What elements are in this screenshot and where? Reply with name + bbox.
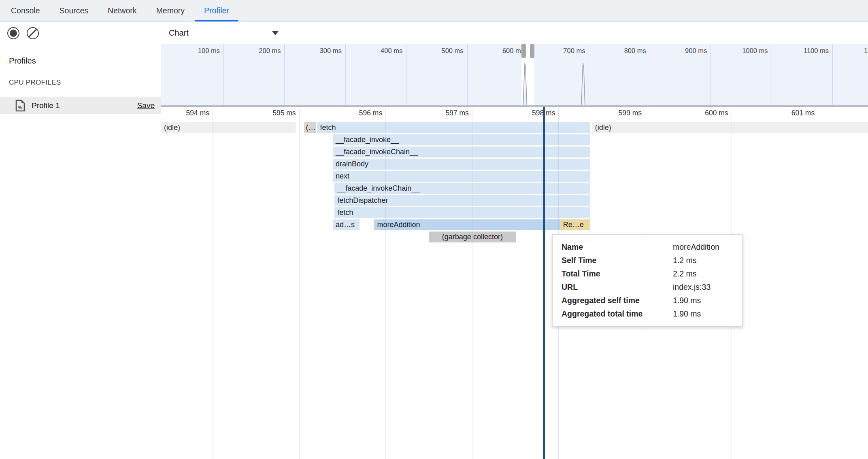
flame-bar-re-e[interactable]: Re…e <box>560 219 591 230</box>
flame-row: fetchDispatcher <box>161 195 868 206</box>
detail-gridline <box>213 108 213 459</box>
tooltip-label: Aggregated total time <box>562 307 673 321</box>
flame-bar-fetch[interactable]: fetch <box>334 207 590 218</box>
frame-tooltip: NamemoreAdditionSelf Time1.2 msTotal Tim… <box>552 234 742 327</box>
flame-row: drainBody <box>161 159 868 170</box>
flame-bar-moreaddition[interactable]: moreAddition <box>374 219 560 230</box>
flame-row: __facade_invoke__ <box>161 134 868 145</box>
cpu-activity-spikes <box>161 44 868 106</box>
profile-name: Profile 1 <box>32 101 60 110</box>
view-mode-dropdown[interactable]: Chart <box>169 22 279 44</box>
view-mode-label: Chart <box>169 28 189 38</box>
tooltip-label: URL <box>562 280 673 294</box>
tooltip-label: Name <box>562 240 673 254</box>
flame-bar-facade-invoke[interactable]: __facade_invoke__ <box>333 134 591 145</box>
detail-tick-label: 600 ms <box>705 109 728 117</box>
detail-gridline <box>818 108 818 459</box>
selection-handle[interactable] <box>521 44 526 58</box>
detail-gridline <box>385 108 386 459</box>
tooltip-value: 1.2 ms <box>673 254 733 267</box>
flame-bar-idle[interactable]: (idle) <box>592 122 868 133</box>
current-time-marker <box>543 107 545 459</box>
flame-row: next <box>161 171 868 182</box>
profiles-heading: Profiles <box>9 56 161 66</box>
tooltip-row: URLindex.js:33 <box>562 280 733 294</box>
flame-bar-next[interactable]: next <box>333 171 591 182</box>
detail-tick-label: 596 ms <box>359 109 382 117</box>
flame-row: (idle)(…fetch(idle) <box>161 122 868 133</box>
tooltip-label: Aggregated self time <box>562 294 673 307</box>
flame-bar-[interactable]: (… <box>304 122 316 133</box>
tooltip-label: Total Time <box>562 267 673 280</box>
flame-bar-facade-invokechain[interactable]: __facade_invokeChain__ <box>333 147 591 157</box>
detail-gridline <box>472 108 472 459</box>
cpu-profiles-heading: CPU PROFILES <box>9 79 161 87</box>
flame-bar-idle[interactable]: (idle) <box>161 122 296 133</box>
tab-network[interactable]: Network <box>107 0 138 21</box>
tooltip-label: Self Time <box>562 254 673 267</box>
tooltip-value: index.js:33 <box>673 280 733 294</box>
selection-handle[interactable] <box>530 44 534 58</box>
detail-tick-label: 594 ms <box>186 109 209 117</box>
tooltip-row: Aggregated total time1.90 ms <box>562 307 733 321</box>
timeline-overview[interactable]: 100 ms200 ms300 ms400 ms500 ms600 ms700 … <box>161 44 868 107</box>
detail-tick-label: 595 ms <box>272 109 296 117</box>
view-toolbar: Chart <box>161 22 868 44</box>
flame-bar-fetchdispatcher[interactable]: fetchDispatcher <box>334 195 590 206</box>
profiler-sidebar: Profiles CPU PROFILES % Profile 1 Save <box>0 22 161 459</box>
profile-list-item[interactable]: % Profile 1 Save <box>0 97 161 114</box>
tooltip-row: Self Time1.2 ms <box>562 254 733 267</box>
chevron-down-icon <box>272 31 279 35</box>
tab-memory[interactable]: Memory <box>155 0 185 21</box>
flame-row: (garbage collector) <box>161 232 868 242</box>
devtools-tabbar: ConsoleSourcesNetworkMemoryProfiler <box>0 0 868 22</box>
flame-bar-facade-invokechain[interactable]: __facade_invokeChain__ <box>334 183 590 194</box>
percent-document-icon: % <box>15 100 26 112</box>
flame-bar-fetch[interactable]: fetch <box>317 122 590 133</box>
tooltip-value: 1.90 ms <box>673 307 733 321</box>
profiler-main: Chart 100 ms200 ms300 ms400 ms500 ms600 … <box>161 22 868 459</box>
flame-bar-drainbody[interactable]: drainBody <box>333 159 591 170</box>
tooltip-value: 2.2 ms <box>673 267 733 280</box>
svg-text:%: % <box>18 104 23 110</box>
detail-tick-label: 599 ms <box>619 109 642 117</box>
flame-chart: NamemoreAdditionSelf Time1.2 msTotal Tim… <box>161 107 868 459</box>
record-icon[interactable] <box>7 27 19 39</box>
detail-tick-label: 601 ms <box>791 109 815 117</box>
profiler-sidebar-toolbar <box>0 22 161 44</box>
tooltip-value: moreAddition <box>673 240 733 254</box>
tab-profiler[interactable]: Profiler <box>203 0 230 21</box>
tooltip-value: 1.90 ms <box>673 294 733 307</box>
save-profile-link[interactable]: Save <box>137 101 155 110</box>
detail-gridline <box>299 108 300 459</box>
flame-row: ad…smoreAdditionRe…e <box>161 219 868 230</box>
flame-row: fetch <box>161 207 868 218</box>
detail-tick-label: 597 ms <box>445 109 468 117</box>
tab-console[interactable]: Console <box>10 0 41 21</box>
flame-bar-ad-s[interactable]: ad…s <box>333 219 360 230</box>
flame-bar-garbage-collector[interactable]: (garbage collector) <box>429 232 516 242</box>
tooltip-row: Aggregated self time1.90 ms <box>562 294 733 307</box>
devtools-window: ConsoleSourcesNetworkMemoryProfiler Prof… <box>0 0 868 459</box>
flame-row: __facade_invokeChain__ <box>161 147 868 157</box>
tab-sources[interactable]: Sources <box>59 0 89 21</box>
tooltip-row: NamemoreAddition <box>562 240 733 254</box>
flame-row: __facade_invokeChain__ <box>161 183 868 194</box>
tooltip-row: Total Time2.2 ms <box>562 267 733 280</box>
block-icon[interactable] <box>27 27 39 39</box>
